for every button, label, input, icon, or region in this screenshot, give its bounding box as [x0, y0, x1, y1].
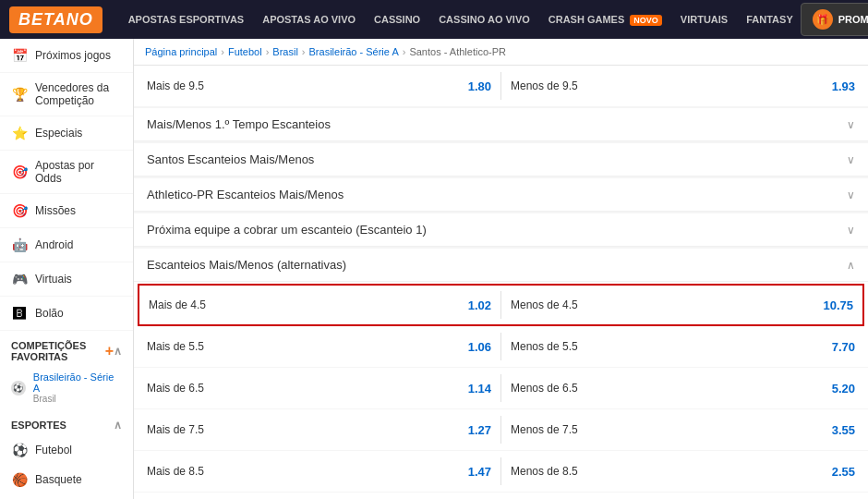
section-title: Santos Escanteios Mais/Menos [147, 152, 314, 166]
add-favorita-icon[interactable]: + [105, 343, 114, 359]
bet-row-alt-5: Mais de 10.5 2.32 Menos de 10.5 1.57 [134, 493, 868, 499]
promo-button[interactable]: 🎁 PROMOÇÕES [801, 3, 868, 36]
comp-info: Brasileirão - Série A Brasil [33, 371, 122, 404]
sidebar-item-android[interactable]: 🤖 Android [0, 228, 133, 262]
crash-games-badge: NOVO [630, 15, 662, 26]
nav-apostas-esportivas[interactable]: APOSTAS ESPORTIVAS [121, 8, 252, 30]
bet-label-right: Menos de 9.5 [511, 79, 578, 92]
comp-sub: Brasil [33, 394, 122, 404]
sidebar-item-especiais[interactable]: ⭐ Especiais [0, 116, 133, 151]
bet-label: Mais de 7.5 [147, 423, 204, 436]
section-title: Mais/Menos 1.º Tempo Escanteios [147, 117, 331, 131]
chevron-down-icon: ∨ [847, 189, 855, 201]
chevron-down-icon: ∨ [847, 118, 855, 131]
bet-label: Menos de 8.5 [511, 465, 578, 478]
sidebar-item-tenis[interactable]: 🎾 Tênis [0, 494, 133, 499]
sidebar-item-missoes[interactable]: 🎯 Missões [0, 194, 133, 228]
sidebar-item-futebol[interactable]: ⚽ Futebol [0, 435, 133, 465]
nav-cassino[interactable]: CASSINO [367, 8, 428, 30]
bet-odds-right[interactable]: 1.93 [832, 79, 855, 93]
breadcrumb-futebol[interactable]: Futebol [228, 46, 262, 57]
nav-crash-games[interactable]: CRASH GAMES NOVO [541, 8, 669, 30]
bet-label-left: Mais de 9.5 [147, 79, 204, 92]
bet-divider [500, 333, 501, 360]
bet-odds[interactable]: 1.02 [468, 298, 491, 312]
bet-odds[interactable]: 1.06 [468, 340, 491, 354]
section-1tempo: Mais/Menos 1.º Tempo Escanteios ∨ [134, 108, 868, 141]
breadcrumb-serie-a[interactable]: Brasileirão - Série A [309, 46, 399, 57]
nav-fantasy[interactable]: FANTASY [739, 8, 801, 30]
section-header-athletico[interactable]: Athletico-PR Escanteios Mais/Menos ∨ [134, 178, 868, 212]
bet-cell-left: Mais de 6.5 1.14 [147, 382, 491, 396]
sidebar-item-vencedores[interactable]: 🏆 Vencedores da Competição [0, 73, 133, 116]
sidebar-item-apostas-odds[interactable]: 🎯 Apostas por Odds [0, 151, 133, 194]
calendar-icon: 📅 [11, 47, 28, 64]
bet-odds[interactable]: 5.20 [832, 382, 855, 396]
breadcrumb-home[interactable]: Página principal [145, 46, 217, 57]
bet-odds[interactable]: 1.14 [468, 382, 491, 396]
section-header-proxima[interactable]: Próxima equipe a cobrar um escanteio (Es… [134, 213, 868, 247]
bet-row-alt-4: Mais de 8.5 1.47 Menos de 8.5 2.55 [134, 451, 868, 493]
section-header-santos[interactable]: Santos Escanteios Mais/Menos ∨ [134, 143, 868, 176]
chevron-up-esportes[interactable]: ∧ [114, 419, 122, 432]
brasileirao-flag-icon: ⚽ [11, 381, 26, 396]
bet-cell-right: Menos de 9.5 1.93 [511, 79, 855, 93]
content-area: Página principal › Futebol › Brasil › Br… [134, 39, 868, 499]
bet-row-alt-1: Mais de 5.5 1.06 Menos de 5.5 7.70 [134, 326, 868, 368]
bolao-icon: 🅱 [11, 305, 28, 322]
chevron-down-icon: ∨ [847, 153, 855, 166]
sidebar-item-proximos-jogos[interactable]: 📅 Próximos jogos [0, 39, 133, 73]
chevron-up-icon: ∧ [847, 259, 855, 272]
bet-cell-left: Mais de 8.5 1.47 [147, 465, 491, 479]
section-santos: Santos Escanteios Mais/Menos ∨ [134, 143, 868, 176]
section-header-alternativas[interactable]: Escanteios Mais/Menos (alternativas) ∧ [134, 249, 868, 282]
chevron-down-icon: ∨ [847, 224, 855, 237]
bet-cell-right: Menos de 4.5 10.75 [511, 298, 853, 312]
breadcrumb-brasil[interactable]: Brasil [272, 46, 298, 57]
sidebar-label: Apostas por Odds [35, 159, 122, 185]
bet-label: Mais de 6.5 [147, 382, 204, 395]
bet-odds[interactable]: 7.70 [832, 340, 855, 354]
section-9-5: Mais de 9.5 1.80 Menos de 9.5 1.93 [134, 66, 868, 106]
bet-odds[interactable]: 1.47 [468, 465, 491, 479]
sidebar-label: Bolão [35, 307, 64, 320]
sidebar-label: Especiais [35, 127, 82, 140]
sidebar-comp-brasileirao[interactable]: ⚽ Brasileirão - Série A Brasil [0, 366, 133, 409]
bet-cell-left: Mais de 9.5 1.80 [147, 79, 491, 93]
breadcrumb: Página principal › Futebol › Brasil › Br… [134, 39, 868, 66]
promo-icon: 🎁 [813, 9, 833, 30]
sidebar-item-bolao[interactable]: 🅱 Bolão [0, 297, 133, 331]
bet-label: Menos de 7.5 [511, 423, 578, 436]
bet-odds[interactable]: 1.27 [468, 423, 491, 437]
bet-label: Menos de 6.5 [511, 382, 578, 395]
breadcrumb-current: Santos - Athletico-PR [409, 46, 506, 57]
bet-divider [500, 374, 501, 402]
bet-label: Menos de 4.5 [511, 298, 578, 311]
sidebar-label: Android [35, 238, 73, 251]
section-athletico: Athletico-PR Escanteios Mais/Menos ∨ [134, 178, 868, 212]
bet-odds[interactable]: 3.55 [832, 423, 855, 437]
section-alternativas: Escanteios Mais/Menos (alternativas) ∧ M… [134, 249, 868, 499]
promo-label: PROMOÇÕES [838, 14, 868, 25]
nav-virtuais[interactable]: VIRTUAIS [673, 8, 735, 30]
bet-label: Menos de 5.5 [511, 340, 578, 353]
chevron-up-favoritas[interactable]: ∧ [114, 345, 122, 358]
bet-cell-right: Menos de 7.5 3.55 [511, 423, 855, 437]
bet-odds-left[interactable]: 1.80 [468, 79, 491, 93]
normal-rows-container: Mais de 5.5 1.06 Menos de 5.5 7.70 Mais … [134, 326, 868, 499]
bet-odds[interactable]: 10.75 [823, 298, 853, 312]
sidebar-item-basquete[interactable]: 🏀 Basquete [0, 465, 133, 494]
mission-icon: 🎯 [11, 202, 28, 219]
esportes-title: ESPORTES ∧ [0, 409, 133, 435]
futebol-icon: ⚽ [11, 442, 28, 458]
section-header-1tempo[interactable]: Mais/Menos 1.º Tempo Escanteios ∨ [134, 108, 868, 141]
section-title: Próxima equipe a cobrar um escanteio (Es… [147, 223, 427, 237]
virtual-icon: 🎮 [11, 271, 28, 287]
bet-odds[interactable]: 2.55 [832, 465, 855, 479]
logo[interactable]: BETANO [9, 6, 102, 33]
nav-apostas-ao-vivo[interactable]: APOSTAS AO VIVO [255, 8, 363, 30]
sidebar-item-virtuais[interactable]: 🎮 Virtuais [0, 262, 133, 297]
nav-cassino-ao-vivo[interactable]: CASSINO AO VIVO [431, 8, 537, 30]
section-proxima: Próxima equipe a cobrar um escanteio (Es… [134, 213, 868, 247]
trophy-icon: 🏆 [11, 86, 28, 103]
